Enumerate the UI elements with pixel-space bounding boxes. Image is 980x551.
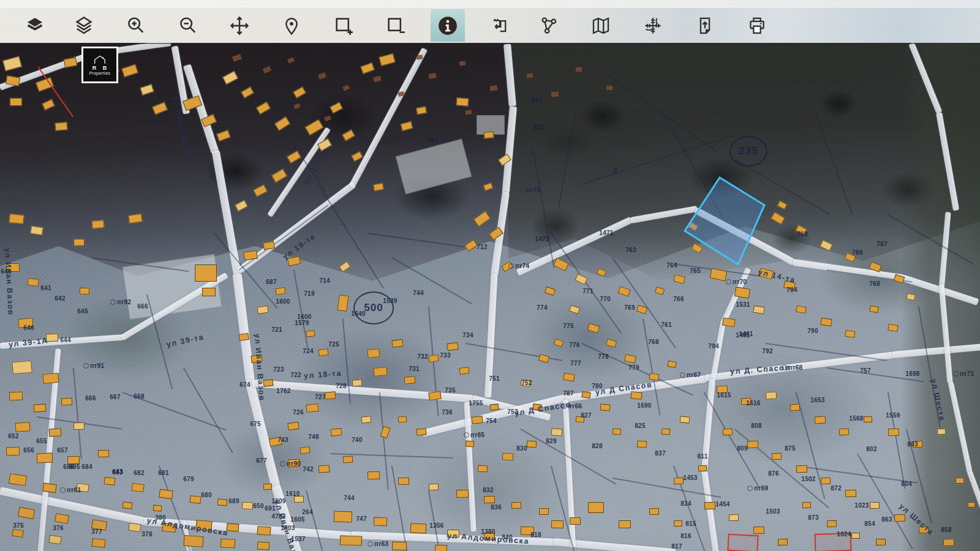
building xyxy=(340,535,363,545)
base-map-icon xyxy=(590,15,611,36)
coordinates-grid-icon xyxy=(643,15,663,36)
building xyxy=(12,361,32,375)
zoom-in-button[interactable] xyxy=(119,9,153,42)
parcel-number: 792 xyxy=(762,348,773,354)
parcel-number: 764 xyxy=(666,262,677,269)
building xyxy=(318,348,328,356)
zoom-out-button[interactable] xyxy=(171,9,205,42)
identify-info-button[interactable] xyxy=(431,9,465,42)
red-outlined-parcel xyxy=(727,534,758,551)
building xyxy=(600,403,611,411)
parcel-number: 668 xyxy=(134,393,145,400)
parcel-number: 656 xyxy=(23,447,34,454)
parcel-number: 643 xyxy=(112,468,123,475)
building xyxy=(943,539,954,546)
survey-point-ring xyxy=(747,485,753,491)
parcel-number: 836 xyxy=(491,504,502,511)
building xyxy=(435,545,447,551)
parcel-number: 650 xyxy=(253,503,264,509)
logo-text-properties: Properties xyxy=(89,71,111,75)
parcel-number: 1579 xyxy=(295,320,309,326)
locate-pin-icon xyxy=(281,15,302,36)
parcel-number: 726 xyxy=(293,409,304,416)
parcel-number: 735 xyxy=(445,387,456,394)
building xyxy=(12,529,24,538)
zoom-window-out-button[interactable] xyxy=(379,9,413,42)
parcel-number: 684 xyxy=(81,463,92,470)
rb-properties-logo: R B Properties xyxy=(81,47,118,83)
building xyxy=(459,367,469,375)
building xyxy=(256,102,271,114)
export-page-button[interactable] xyxy=(688,9,722,42)
building xyxy=(28,278,39,287)
parcel-number: 728 xyxy=(336,383,347,389)
parcel-number: 646 xyxy=(23,324,34,331)
building xyxy=(680,416,690,423)
survey-point: пт92 xyxy=(110,298,131,305)
building xyxy=(2,56,22,72)
survey-point: пт71 xyxy=(953,370,974,377)
roof-patch xyxy=(263,66,271,73)
coordinates-grid-button[interactable] xyxy=(636,9,670,42)
building xyxy=(241,86,254,98)
street-segment xyxy=(630,206,698,223)
building xyxy=(9,473,27,486)
layers-stack-button[interactable] xyxy=(67,9,101,42)
parcel-number: 863 xyxy=(881,516,892,523)
building xyxy=(128,214,143,224)
building xyxy=(484,496,495,504)
parcel-number: 769 xyxy=(624,304,635,311)
building xyxy=(691,243,703,254)
parcel-number: 828 xyxy=(592,443,603,449)
building xyxy=(464,239,478,252)
building xyxy=(570,517,581,525)
locate-pin-button[interactable] xyxy=(274,9,309,42)
building xyxy=(502,452,514,460)
parcel-boundary-line xyxy=(368,233,465,247)
building xyxy=(888,324,898,332)
building xyxy=(42,373,59,384)
parcel-number: 790 xyxy=(807,328,818,334)
street-label: ул 18-та xyxy=(304,369,342,380)
pan-button[interactable] xyxy=(222,9,257,42)
parcel-number: 2 xyxy=(614,167,617,174)
building xyxy=(511,502,521,509)
parcel-number: 818 xyxy=(530,531,541,538)
building xyxy=(617,286,630,296)
building xyxy=(553,258,569,271)
building xyxy=(330,428,342,437)
building xyxy=(698,465,707,472)
building xyxy=(271,168,287,182)
building xyxy=(263,484,273,490)
building xyxy=(870,502,880,509)
parcel-number: 1610 xyxy=(285,490,300,497)
parcel-number: 1600 xyxy=(276,298,290,305)
parcel-number: 722 xyxy=(290,372,301,378)
building xyxy=(815,416,826,424)
parcel-boundary-line xyxy=(551,233,622,334)
parcel-number: 761 xyxy=(661,321,672,328)
parcel-number: 1461 xyxy=(739,331,753,337)
building xyxy=(330,102,343,113)
map-viewport[interactable]: 7141640153974472573273373173468771916001… xyxy=(0,0,980,551)
layers-filled-button[interactable] xyxy=(18,9,52,42)
linked-objects-button[interactable] xyxy=(532,9,566,42)
building xyxy=(48,535,62,545)
building xyxy=(456,490,469,498)
building xyxy=(152,102,168,114)
parcel-number: 1698 xyxy=(905,370,919,377)
building xyxy=(91,220,104,229)
survey-point: пт75 xyxy=(519,186,540,193)
parcel-number: 377 xyxy=(91,528,102,535)
building xyxy=(624,354,636,363)
building xyxy=(10,98,22,106)
street-segment xyxy=(893,343,980,358)
parcel-number: 1454 xyxy=(715,501,729,508)
building xyxy=(674,478,684,485)
street-segment xyxy=(503,43,516,107)
previous-extent-button[interactable] xyxy=(483,9,517,42)
survey-point-ring xyxy=(519,187,525,193)
base-map-button[interactable] xyxy=(584,9,618,42)
zoom-window-in-button[interactable] xyxy=(326,9,361,42)
print-button[interactable] xyxy=(740,9,774,42)
